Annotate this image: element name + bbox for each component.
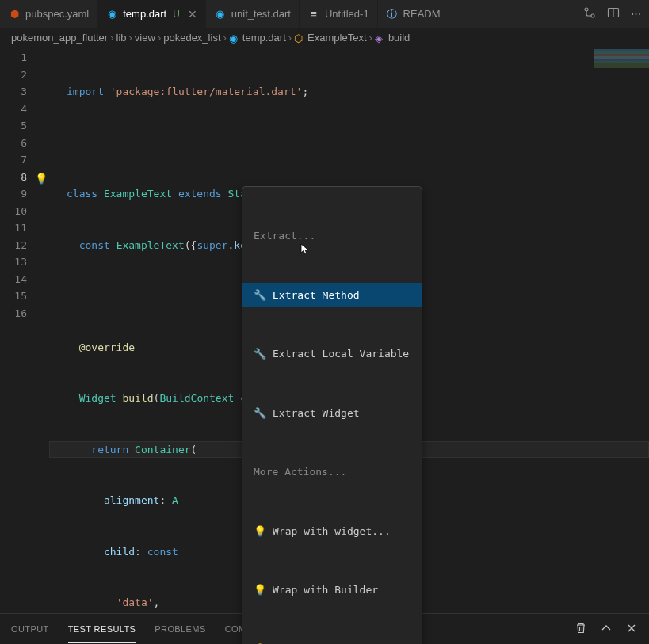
close-icon[interactable]: ✕ xyxy=(188,8,197,21)
tab-label: unit_test.dart xyxy=(231,8,291,20)
svg-point-1 xyxy=(591,14,594,17)
crumb-folder: lib xyxy=(116,32,127,44)
menu-item-extract-local-variable[interactable]: 🔧 Extract Local Variable xyxy=(242,341,422,367)
wrench-icon: 🔧 xyxy=(254,287,266,304)
wrench-icon: 🔧 xyxy=(254,405,266,422)
info-icon: ⓘ xyxy=(386,8,399,21)
crumb-project: pokemon_app_flutter xyxy=(11,32,108,44)
menu-item-wrap-widget[interactable]: 💡Wrap with widget... xyxy=(242,519,422,544)
lightbulb-icon: 💡 xyxy=(254,641,266,645)
compare-icon[interactable] xyxy=(583,6,596,21)
tab-label: Untitled-1 xyxy=(325,8,369,20)
tab-unit-test[interactable]: ◉ unit_test.dart xyxy=(206,0,300,28)
crumb-class: ⬡ExampleText xyxy=(294,32,366,44)
breadcrumb[interactable]: pokemon_app_flutter › lib › view › poked… xyxy=(0,28,649,48)
lightbulb-icon[interactable]: 💡 xyxy=(35,170,48,188)
split-editor-icon[interactable] xyxy=(607,6,620,21)
yaml-icon: ⬢ xyxy=(8,8,21,21)
crumb-file: ◉temp.dart xyxy=(229,32,286,44)
dart-icon: ◉ xyxy=(214,8,227,21)
tab-actions: ⋯ xyxy=(575,0,649,28)
tab-label: READM xyxy=(403,8,441,20)
tab-untitled[interactable]: ≡ Untitled-1 xyxy=(300,0,378,28)
menu-section-header: Extract... xyxy=(242,223,422,249)
panel-tab-output[interactable]: OUTPUT xyxy=(11,615,49,642)
dart-icon: ◉ xyxy=(229,32,240,44)
lightbulb-icon: 💡 xyxy=(254,581,266,599)
crumb-folder: view xyxy=(135,32,155,44)
mouse-cursor-icon xyxy=(299,243,311,256)
method-icon: ◈ xyxy=(375,32,386,44)
line-number-gutter: 1 2 3 4 5 6 7 8💡 9 10 11 12 13 14 15 16 xyxy=(0,48,49,613)
class-icon: ⬡ xyxy=(294,32,305,44)
wrench-icon: 🔧 xyxy=(254,345,266,363)
svg-point-0 xyxy=(585,8,588,11)
minimap[interactable] xyxy=(594,49,649,68)
code-area[interactable]: import 'package:flutter/material.dart'; … xyxy=(49,48,649,613)
tab-label: temp.dart xyxy=(123,8,166,20)
tab-label: pubspec.yaml xyxy=(25,8,89,20)
code-actions-menu: Extract... 🔧 Extract Method 🔧 Extract Lo… xyxy=(242,186,422,644)
menu-item-wrap-builder[interactable]: 💡Wrap with Builder xyxy=(242,577,422,603)
tab-bar: ⬢ pubspec.yaml ◉ temp.dart U ✕ ◉ unit_te… xyxy=(0,0,649,28)
tab-temp-dart[interactable]: ◉ temp.dart U ✕ xyxy=(97,0,206,28)
git-status: U xyxy=(173,9,180,20)
crumb-method: ◈build xyxy=(375,32,410,44)
tab-pubspec[interactable]: ⬢ pubspec.yaml xyxy=(0,0,97,28)
crumb-folder: pokedex_list xyxy=(163,32,220,44)
menu-section-header: More Actions... xyxy=(242,459,422,485)
menu-item-extract-widget[interactable]: 🔧 Extract Widget xyxy=(242,401,422,426)
menu-item-extract-method[interactable]: 🔧 Extract Method xyxy=(242,283,422,308)
file-icon: ≡ xyxy=(307,8,320,21)
editor[interactable]: 1 2 3 4 5 6 7 8💡 9 10 11 12 13 14 15 16 … xyxy=(0,48,649,613)
menu-item-wrap-center[interactable]: 💡Wrap with Center xyxy=(242,637,422,645)
more-icon[interactable]: ⋯ xyxy=(631,8,641,20)
dart-icon: ◉ xyxy=(105,8,118,21)
lightbulb-icon: 💡 xyxy=(254,523,266,540)
tab-readme[interactable]: ⓘ READM xyxy=(378,0,449,28)
